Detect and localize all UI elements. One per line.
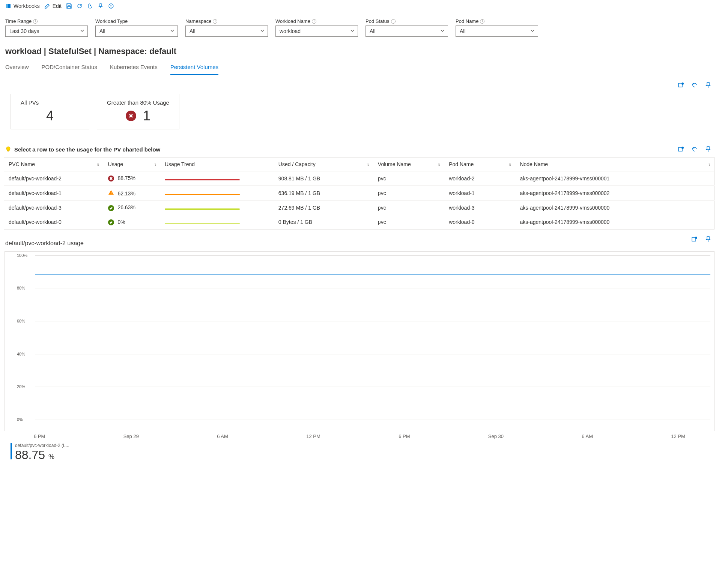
select-workload-type[interactable]: All: [95, 26, 178, 37]
card-value: 1: [143, 108, 150, 124]
sort-icon: ↑↓: [153, 162, 156, 166]
tab-persistent-volumes[interactable]: Persistent Volumes: [170, 64, 218, 75]
table-hint-row: Select a row to see the usage for the PV…: [0, 135, 719, 155]
svg-point-2: [109, 4, 113, 8]
filter-label-pod-status: Pod Status: [366, 18, 390, 24]
col-pod-name[interactable]: Pod Name↑↓: [444, 158, 515, 171]
info-icon[interactable]: i: [312, 19, 316, 24]
toolbar: Workbooks Edit: [0, 0, 719, 13]
chart: 100%80%60%40%20%0%: [5, 251, 714, 431]
table-row[interactable]: default/pvc-workload-3 26.63%272.69 MB /…: [4, 201, 714, 215]
card-title: All PVs: [21, 99, 39, 106]
cell-usage: 88.75%: [104, 171, 160, 186]
legend-series-name: default/pvc-workload-2 (L...: [15, 443, 69, 448]
share-icon: [87, 3, 93, 9]
card-gt-80-usage[interactable]: Greater than 80% Usage 1: [97, 94, 179, 129]
chart-plot: 100%80%60%40%20%0%: [35, 255, 710, 420]
pin-button[interactable]: [98, 3, 104, 9]
svg-point-12: [695, 237, 697, 239]
pin-icon[interactable]: [705, 82, 711, 88]
section-actions-table: [678, 146, 711, 153]
cell-pod-name: workload-3: [444, 201, 515, 215]
chart-title: default/pvc-workload-2 usage: [0, 230, 89, 249]
x-tick-label: 6 PM: [399, 434, 410, 439]
sort-icon: ↑↓: [508, 162, 511, 166]
refresh-button[interactable]: [77, 3, 83, 9]
cell-node-name: aks-agentpool-24178999-vmss000002: [515, 186, 714, 201]
error-icon: [126, 111, 136, 121]
info-icon[interactable]: i: [391, 19, 396, 24]
col-usage[interactable]: Usage↑↓: [104, 158, 160, 171]
svg-rect-1: [6, 4, 8, 8]
workbooks-label: Workbooks: [14, 3, 40, 9]
filter-bar: Time Rangei Last 30 days Workload Type A…: [0, 13, 719, 37]
select-time-range[interactable]: Last 30 days: [5, 26, 88, 37]
chart-legend: default/pvc-workload-2 (L... 88.75 %: [0, 439, 719, 462]
select-workload-name[interactable]: workload: [275, 26, 358, 37]
share-button[interactable]: [87, 3, 93, 9]
trend-sparkline: [165, 179, 240, 180]
cell-pvc-name: default/pvc-workload-3: [4, 201, 104, 215]
error-icon: [108, 176, 114, 182]
card-all-pvs[interactable]: All PVs 4: [11, 94, 89, 129]
col-volume-name[interactable]: Volume Name↑↓: [373, 158, 444, 171]
pin-icon[interactable]: [705, 146, 711, 153]
tab-kubernetes-events[interactable]: Kubernetes Events: [110, 64, 158, 75]
y-tick-label: 0%: [17, 417, 23, 422]
cell-pod-name: workload-1: [444, 186, 515, 201]
cell-trend: [160, 171, 274, 186]
workbooks-button[interactable]: Workbooks: [5, 3, 40, 9]
select-pod-name[interactable]: All: [456, 26, 538, 37]
table-row[interactable]: default/pvc-workload-0 0%0 Bytes / 1 GBp…: [4, 215, 714, 229]
cell-volume-name: pvc: [373, 215, 444, 229]
filter-workload-type: Workload Type All: [95, 18, 178, 37]
grid-line: [35, 255, 710, 256]
x-tick-label: Sep 30: [488, 434, 504, 439]
svg-rect-9: [111, 192, 111, 193]
col-usage-trend[interactable]: Usage Trend: [160, 158, 274, 171]
cell-trend: [160, 201, 274, 215]
undo-icon[interactable]: [691, 146, 698, 153]
y-tick-label: 60%: [17, 319, 25, 323]
grid-line: [35, 288, 710, 288]
cell-used-capacity: 272.69 MB / 1 GB: [274, 201, 373, 215]
grid-line: [35, 420, 710, 420]
select-namespace[interactable]: All: [185, 26, 268, 37]
undo-icon[interactable]: [691, 82, 698, 88]
x-tick-label: 6 AM: [582, 434, 593, 439]
filter-pod-status: Pod Statusi All: [366, 18, 448, 37]
chevron-down-icon: [170, 28, 174, 34]
filter-label-time-range: Time Range: [5, 18, 32, 24]
cell-used-capacity: 0 Bytes / 1 GB: [274, 215, 373, 229]
table-row[interactable]: default/pvc-workload-1 62.13%636.19 MB /…: [4, 186, 714, 201]
col-used-capacity[interactable]: Used / Capacity↑↓: [274, 158, 373, 171]
cell-volume-name: pvc: [373, 186, 444, 201]
log-analytics-icon[interactable]: [691, 236, 698, 243]
grid-line: [35, 387, 710, 387]
pin-icon[interactable]: [705, 236, 711, 243]
cell-trend: [160, 215, 274, 229]
tab-overview[interactable]: Overview: [5, 64, 29, 75]
grid-line: [35, 321, 710, 321]
col-pvc-name[interactable]: PVC Name↑↓: [4, 158, 104, 171]
info-icon[interactable]: i: [213, 19, 217, 24]
info-icon[interactable]: i: [480, 19, 484, 24]
cell-pvc-name: default/pvc-workload-0: [4, 215, 104, 229]
card-value: 4: [46, 108, 54, 124]
col-node-name[interactable]: Node Name↑↓: [515, 158, 714, 171]
smile-icon: [108, 3, 114, 9]
filter-label-workload-name: Workload Name: [275, 18, 310, 24]
cell-pvc-name: default/pvc-workload-2: [4, 171, 104, 186]
tab-pod-container-status[interactable]: POD/Container Status: [42, 64, 97, 75]
table-row[interactable]: default/pvc-workload-2 88.75%908.81 MB /…: [4, 171, 714, 186]
trend-sparkline: [165, 208, 240, 210]
edit-button[interactable]: Edit: [44, 3, 62, 9]
legend-color-bar: [11, 443, 12, 459]
log-analytics-icon[interactable]: [678, 82, 684, 88]
save-button[interactable]: [66, 3, 72, 9]
trend-sparkline: [165, 223, 240, 224]
info-icon[interactable]: i: [33, 19, 38, 24]
select-pod-status[interactable]: All: [366, 26, 448, 37]
log-analytics-icon[interactable]: [678, 146, 684, 153]
feedback-button[interactable]: [108, 3, 114, 9]
